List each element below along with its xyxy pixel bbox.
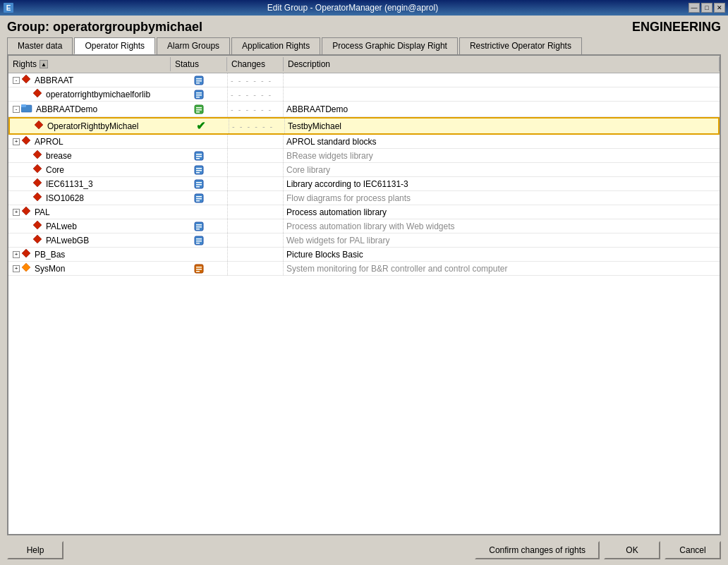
close-button[interactable]: ✕ — [714, 3, 725, 13]
changes-cell — [227, 205, 284, 219]
expand-button[interactable]: + — [13, 251, 20, 258]
svg-rect-6 — [196, 83, 200, 84]
svg-marker-52 — [22, 263, 30, 272]
row-name: OperatorRightbyMichael — [47, 121, 138, 131]
svg-marker-19 — [22, 136, 30, 145]
minimize-button[interactable]: ― — [688, 3, 700, 13]
svg-marker-7 — [33, 89, 42, 97]
diamond-red-icon — [21, 135, 31, 147]
status-cell — [171, 262, 227, 275]
diamond-red-icon — [32, 234, 42, 246]
tab-application-rights[interactable]: Application Rights — [231, 37, 320, 54]
row-name: ABBRAAT — [35, 75, 73, 85]
ok-button[interactable]: OK — [604, 541, 660, 559]
window-controls[interactable]: ― □ ✕ — [688, 3, 725, 13]
svg-rect-50 — [196, 243, 200, 244]
description-cell: Process automation library — [284, 205, 720, 219]
col-rights: Rights ▲ — [8, 57, 171, 71]
svg-rect-27 — [196, 168, 202, 169]
status-cell — [171, 73, 227, 87]
table-row[interactable]: ISO10628Flow diagrams for process plants — [8, 191, 720, 205]
table-row[interactable]: +SysMonSystem monitoring for B&R control… — [8, 262, 720, 276]
window-title: Edit Group - OperatorManager (engin@apro… — [17, 3, 688, 13]
table-row[interactable]: +PB_BasPicture Blocks Basic — [8, 248, 720, 262]
tab-operator-rights[interactable]: Operator Rights — [74, 37, 155, 54]
changes-cell: - - - - - - — [227, 87, 284, 101]
description-cell: ABBRAATDemo — [284, 102, 720, 116]
diamond-red-icon — [32, 88, 42, 100]
svg-marker-41 — [33, 221, 42, 229]
bottom-right-buttons: Confirm changes of rights OK Cancel — [475, 541, 721, 559]
svg-rect-49 — [196, 241, 202, 242]
maximize-button[interactable]: □ — [701, 3, 712, 13]
status-cell — [171, 135, 227, 148]
titlebar: E Edit Group - OperatorManager (engin@ap… — [0, 0, 728, 16]
table-row[interactable]: PALwebProcess automation library with We… — [8, 219, 720, 233]
tab-process-graphic[interactable]: Process Graphic Display Right — [322, 37, 458, 54]
svg-rect-37 — [196, 196, 202, 198]
svg-marker-40 — [22, 207, 30, 215]
table-row[interactable]: -ABBRAATDemo- - - - - -ABBRAATDemo — [8, 102, 720, 117]
changes-cell: - - - - - - — [227, 102, 284, 116]
table-row[interactable]: -ABBRAAT- - - - - - — [8, 73, 720, 87]
changes-cell: - - - - - - — [227, 73, 284, 87]
expand-button[interactable]: + — [13, 138, 20, 145]
help-button[interactable]: Help — [7, 541, 63, 559]
expand-button[interactable]: - — [13, 77, 20, 84]
status-cell — [171, 205, 227, 219]
svg-rect-55 — [196, 269, 202, 270]
diamond-red-icon — [32, 150, 42, 162]
row-name: IEC61131_3 — [46, 179, 93, 189]
col-status: Status — [171, 57, 227, 71]
description-cell: Picture Blocks Basic — [284, 248, 720, 261]
status-cell — [171, 163, 227, 176]
confirm-button[interactable]: Confirm changes of rights — [475, 541, 600, 559]
tab-master-data[interactable]: Master data — [7, 37, 73, 54]
changes-cell — [227, 149, 284, 162]
col-description: Description — [284, 57, 720, 71]
tab-restrictive[interactable]: Restrictive Operator Rights — [459, 37, 582, 54]
description-cell: Process automation library with Web widg… — [284, 219, 720, 233]
table-row[interactable]: +PALProcess automation library — [8, 205, 720, 219]
diamond-orange-icon — [21, 262, 31, 274]
status-cell: ✔ — [172, 119, 229, 133]
description-cell: Flow diagrams for process plants — [284, 191, 720, 205]
sort-icon-rights[interactable]: ▲ — [40, 60, 48, 68]
row-name: PALweb — [46, 221, 77, 231]
description-cell: Library according to IEC61131-3 — [284, 177, 720, 190]
expand-button[interactable]: + — [13, 209, 20, 216]
expand-button[interactable]: + — [13, 265, 20, 272]
changes-cell — [227, 219, 284, 233]
diamond-red-icon — [32, 164, 42, 176]
svg-rect-17 — [196, 111, 200, 113]
table-row[interactable]: CoreCore library — [8, 163, 720, 177]
expand-button[interactable]: - — [13, 106, 20, 113]
table-row[interactable]: operatorrightbymichaelforlib- - - - - - — [8, 87, 720, 102]
description-cell: Core library — [284, 163, 720, 176]
row-name: ISO10628 — [46, 193, 84, 203]
folder-icon — [21, 102, 32, 116]
changes-cell — [227, 191, 284, 205]
description-cell: Web widgets for PAL library — [284, 233, 720, 247]
diamond-red-icon — [21, 206, 31, 218]
tab-alarm-groups[interactable]: Alarm Groups — [157, 37, 230, 54]
diamond-red-icon — [32, 220, 42, 232]
diamond-red-icon — [34, 120, 44, 132]
svg-marker-35 — [33, 193, 42, 201]
table-row[interactable]: IEC61131_3Library according to IEC61131-… — [8, 177, 720, 191]
svg-rect-28 — [196, 170, 202, 171]
row-name: APROL — [35, 137, 63, 147]
status-cell — [171, 149, 227, 162]
table-row[interactable]: +APROLAPROL standard blocks — [8, 135, 720, 149]
diamond-red-icon — [21, 74, 31, 86]
svg-rect-23 — [196, 156, 202, 157]
table-row[interactable]: breaseBRease widgets library — [8, 149, 720, 163]
cancel-button[interactable]: Cancel — [665, 541, 721, 559]
table-row[interactable]: PALwebGBWeb widgets for PAL library — [8, 233, 720, 248]
svg-rect-11 — [196, 97, 200, 98]
table-row[interactable]: OperatorRightbyMichael✔- - - - - -Testby… — [8, 117, 720, 135]
col-changes: Changes — [227, 57, 284, 71]
tabs-row: Master data Operator Rights Alarm Groups… — [0, 37, 728, 54]
description-cell: APROL standard blocks — [284, 135, 720, 148]
description-cell: TestbyMichael — [285, 119, 718, 133]
